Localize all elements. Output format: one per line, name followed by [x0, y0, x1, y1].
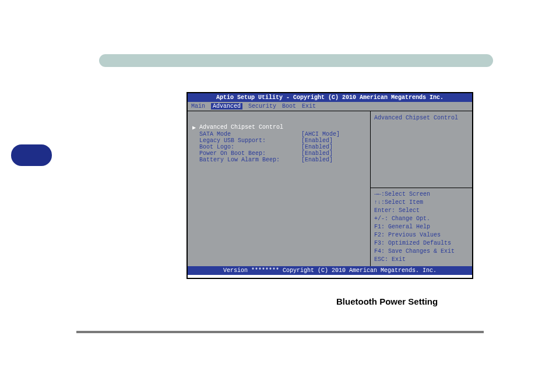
- bios-key-legend: →←:Select Screen ↑↓:Select Item Enter: S…: [371, 188, 472, 266]
- bios-title: Aptio Setup Utility - Copyright (C) 2010…: [188, 93, 472, 102]
- bios-item-value: [Enabled]: [301, 137, 365, 144]
- bios-item[interactable]: Power On Boot Beep: [Enabled]: [192, 150, 365, 157]
- bios-item-label: Power On Boot Beep:: [198, 150, 301, 157]
- tab-main[interactable]: Main: [191, 103, 205, 110]
- key-hint: ↑↓:Select Item: [374, 199, 469, 207]
- bios-item[interactable]: SATA Mode [AHCI Mode]: [192, 131, 365, 137]
- section-caption: Bluetooth Power Setting: [336, 296, 438, 306]
- bios-tabs[interactable]: MainAdvancedSecurityBootExit: [188, 102, 472, 111]
- bios-item-value: [Enabled]: [301, 157, 365, 163]
- tab-advanced[interactable]: Advanced: [211, 103, 242, 110]
- bios-item-label: Legacy USB Support:: [198, 137, 301, 144]
- key-hint: ESC: Exit: [374, 256, 469, 264]
- key-hint: +/-: Change Opt.: [374, 215, 469, 223]
- key-hint: F1: General Help: [374, 223, 469, 231]
- bios-item-value: [Enabled]: [301, 150, 365, 157]
- key-hint: F3: Optimized Defaults: [374, 239, 469, 248]
- bios-window: Aptio Setup Utility - Copyright (C) 2010…: [186, 92, 473, 279]
- tab-exit[interactable]: Exit: [302, 103, 316, 110]
- key-hint: →←:Select Screen: [374, 190, 469, 199]
- bios-heading-row[interactable]: ▶ Advanced Chipset Control: [192, 124, 365, 131]
- bios-item-value: [AHCI Mode]: [301, 131, 365, 137]
- key-hint: F4: Save Changes & Exit: [374, 248, 469, 256]
- footer-divider: [76, 331, 484, 333]
- nav-pill: [11, 144, 52, 166]
- header-bar: [99, 54, 493, 67]
- bios-help-desc: Advanced Chipset Control: [371, 111, 472, 188]
- tab-boot[interactable]: Boot: [282, 103, 296, 110]
- bios-item-label: Boot Logo:: [198, 144, 301, 150]
- tab-security[interactable]: Security: [248, 103, 276, 110]
- bios-help-panel: Advanced Chipset Control →←:Select Scree…: [371, 111, 472, 266]
- key-hint: F2: Previous Values: [374, 231, 469, 239]
- bios-item[interactable]: Legacy USB Support: [Enabled]: [192, 137, 365, 144]
- bios-item[interactable]: Boot Logo: [Enabled]: [192, 144, 365, 150]
- bios-item-label: Battery Low Alarm Beep:: [198, 157, 301, 163]
- bios-heading: Advanced Chipset Control: [198, 124, 365, 131]
- bios-item-value: [Enabled]: [301, 144, 365, 150]
- bios-footer: Version ******** Copyright (C) 2010 Amer…: [188, 266, 472, 275]
- bios-item-label: SATA Mode: [198, 131, 301, 137]
- expand-arrow-icon: ▶: [192, 124, 198, 131]
- bios-item[interactable]: Battery Low Alarm Beep: [Enabled]: [192, 157, 365, 163]
- bios-settings-panel: ▶ Advanced Chipset Control SATA Mode [AH…: [188, 111, 371, 266]
- key-hint: Enter: Select: [374, 207, 469, 215]
